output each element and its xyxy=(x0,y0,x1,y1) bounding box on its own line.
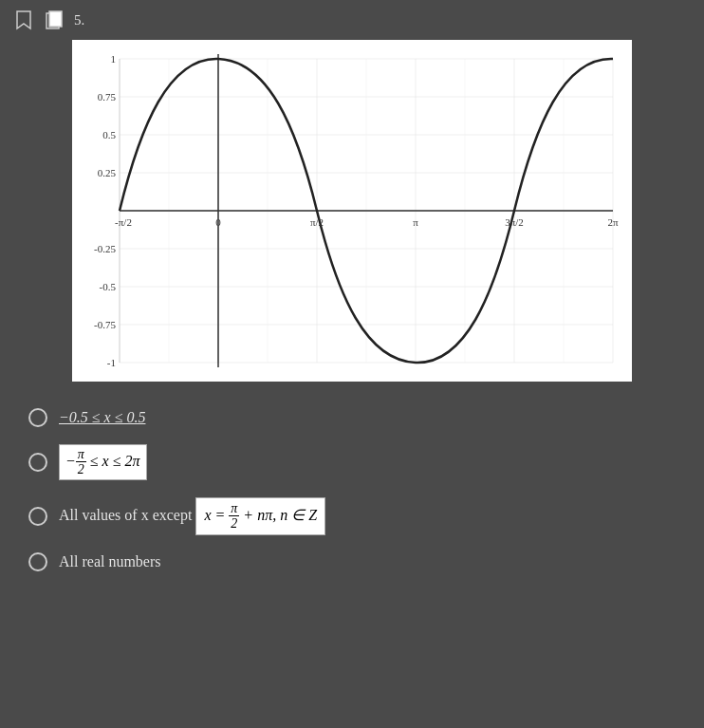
answer-d-label: All real numbers xyxy=(59,553,161,570)
answer-b-label: −π2 ≤ x ≤ 2π xyxy=(59,444,147,480)
svg-text:-0.25: -0.25 xyxy=(94,243,116,254)
svg-text:1: 1 xyxy=(111,53,117,65)
radio-c[interactable] xyxy=(28,507,47,526)
svg-text:2π: 2π xyxy=(607,216,619,228)
copy-icon[interactable] xyxy=(44,9,65,30)
answer-option-a[interactable]: −0.5 ≤ x ≤ 0.5 xyxy=(28,408,676,427)
svg-text:3π/2: 3π/2 xyxy=(505,216,524,228)
svg-text:-1: -1 xyxy=(107,357,116,368)
question-header: 5. xyxy=(0,0,704,40)
answer-c-label: All values of x except x = π2 + nπ, n ∈ … xyxy=(59,497,325,535)
answer-option-c[interactable]: All values of x except x = π2 + nπ, n ∈ … xyxy=(28,497,676,535)
svg-rect-1 xyxy=(49,11,62,27)
answer-option-b[interactable]: −π2 ≤ x ≤ 2π xyxy=(28,444,676,480)
svg-text:0: 0 xyxy=(215,216,221,228)
svg-text:0.25: 0.25 xyxy=(98,167,117,178)
radio-b[interactable] xyxy=(28,453,47,472)
svg-text:-0.5: -0.5 xyxy=(100,281,117,292)
function-graph: 1 0.75 0.5 0.25 -0.25 -0.5 -0.75 -1 -π/2… xyxy=(72,40,632,382)
svg-text:π/2: π/2 xyxy=(310,216,324,228)
svg-text:π: π xyxy=(413,216,418,228)
svg-text:-0.75: -0.75 xyxy=(94,319,116,330)
answer-a-label: −0.5 ≤ x ≤ 0.5 xyxy=(59,409,145,426)
answer-option-d[interactable]: All real numbers xyxy=(28,552,676,571)
svg-text:-π/2: -π/2 xyxy=(115,216,132,228)
svg-text:0.5: 0.5 xyxy=(102,129,116,140)
svg-text:0.75: 0.75 xyxy=(98,91,117,103)
graph-area: 1 0.75 0.5 0.25 -0.25 -0.5 -0.75 -1 -π/2… xyxy=(19,40,685,382)
question-text: 5. xyxy=(74,12,691,28)
radio-a[interactable] xyxy=(28,408,47,427)
answer-options: −0.5 ≤ x ≤ 0.5 −π2 ≤ x ≤ 2π All values o… xyxy=(0,391,704,588)
bookmark-icon[interactable] xyxy=(13,9,34,30)
radio-d[interactable] xyxy=(28,552,47,571)
